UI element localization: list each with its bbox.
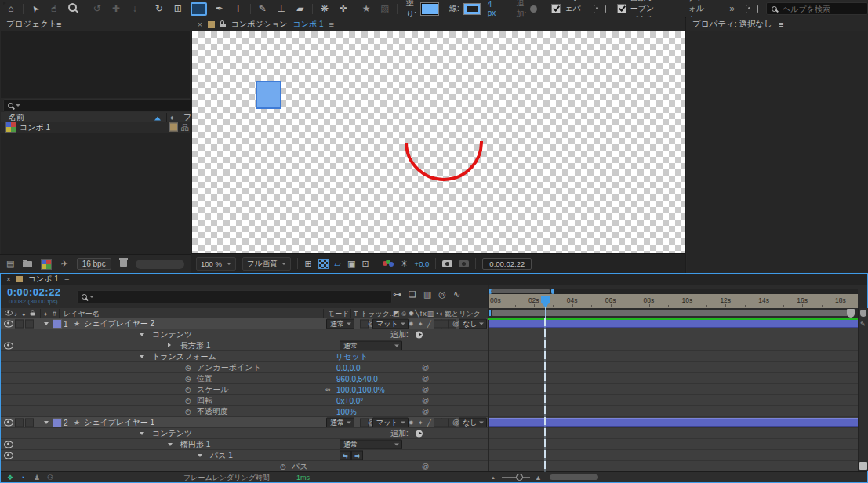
add-property-button[interactable]	[416, 430, 423, 437]
panel-menu-icon[interactable]: ≡	[56, 20, 61, 29]
add-property-button[interactable]	[416, 331, 423, 338]
graph-editor-icon[interactable]: ∿	[453, 289, 460, 300]
group-expander[interactable]	[168, 443, 173, 446]
red-arc-shape[interactable]	[405, 136, 483, 182]
shy-footer-icon[interactable]: ♟	[34, 474, 40, 481]
delete-icon[interactable]	[120, 260, 127, 267]
property-stopwatch[interactable]: ◷	[280, 463, 286, 470]
eye-column-icon[interactable]	[5, 310, 13, 315]
workspace-overflow-icon[interactable]: »	[729, 3, 735, 14]
property-stopwatch[interactable]: ◷	[185, 408, 191, 416]
trkmat-t-column[interactable]: T	[354, 310, 358, 318]
zoom-slider-knob[interactable]	[516, 474, 523, 481]
property-pickwhip[interactable]: @	[422, 364, 429, 372]
group-expander[interactable]	[140, 333, 144, 336]
timeline-navigator[interactable]	[488, 289, 858, 294]
solo-column-icon[interactable]: ●	[22, 310, 25, 316]
stroke-color-swatch[interactable]	[464, 4, 480, 14]
search-options-caret[interactable]	[16, 104, 20, 107]
blend-mode-dropdown[interactable]: 通常	[340, 439, 402, 449]
number-column[interactable]: #	[53, 310, 56, 318]
create-shape-toggle[interactable]: ★	[357, 3, 376, 14]
clone-stamp-tool[interactable]: ⊥	[272, 3, 291, 14]
orbit-camera-tool[interactable]: ↺	[88, 3, 107, 14]
pan-camera-tool[interactable]: ✚	[107, 3, 125, 14]
visibility-eye-icon[interactable]	[4, 320, 13, 327]
scale-link-icon[interactable]: ∞	[325, 386, 330, 394]
bit-depth-button[interactable]: 16 bpc	[77, 258, 111, 270]
pan-behind-tool[interactable]: ⊞	[169, 3, 187, 14]
project-item-row[interactable]: コンポ 1 品	[1, 122, 190, 133]
reset-button[interactable]: リセット	[336, 351, 368, 362]
layer-expander[interactable]	[44, 322, 49, 325]
switches-column-icons[interactable]: ◩☺✹╲fx▥◔◐⌾	[393, 309, 449, 318]
snapshot-icon[interactable]	[442, 260, 452, 267]
lock-column-icon[interactable]	[31, 312, 35, 315]
label-color-chip[interactable]	[169, 123, 178, 132]
property-pickwhip[interactable]: @	[422, 408, 429, 416]
property-value[interactable]: 100%	[336, 407, 357, 416]
eraser-tool[interactable]: ▰	[291, 3, 310, 14]
blend-mode-dropdown[interactable]: 通常	[326, 318, 354, 329]
rotation-tool[interactable]: ↻	[150, 3, 169, 14]
layer-name[interactable]: シェイプレイヤー 2	[84, 318, 154, 329]
layer-switch-icon[interactable]: ✹	[409, 419, 414, 426]
column-extra[interactable]: フ	[183, 112, 191, 123]
group-name[interactable]: コンテンツ	[152, 329, 192, 340]
region-of-interest-icon[interactable]: ▣	[347, 259, 355, 269]
safe-margins-icon[interactable]: ⊡	[361, 259, 369, 269]
group-expander[interactable]	[168, 343, 171, 347]
timeline-search-box[interactable]	[77, 290, 392, 303]
property-value[interactable]: 0x+0.0°	[336, 396, 363, 405]
create-mask-toggle[interactable]: ▨	[376, 3, 394, 14]
brush-tool[interactable]: ✎	[253, 3, 272, 14]
panes-divider[interactable]	[488, 285, 489, 472]
layer-switch-icon[interactable]: ╱	[427, 419, 431, 426]
panel-slider[interactable]	[136, 260, 184, 269]
project-item-area[interactable]	[1, 31, 190, 98]
performance-icon[interactable]: ❖	[7, 474, 13, 481]
home-tool[interactable]: ⌂	[2, 3, 20, 14]
interpret-footage-icon[interactable]: ▤	[6, 259, 14, 269]
shape-group-name[interactable]: 楕円形 1	[180, 439, 210, 450]
group-name[interactable]: トランスフォーム	[152, 351, 216, 362]
audio-column-icon[interactable]: ♪	[14, 310, 17, 317]
property-pickwhip[interactable]: @	[422, 375, 429, 383]
rectangle-tool[interactable]	[191, 2, 207, 16]
group-expander[interactable]	[198, 454, 202, 457]
motion-blur-icon[interactable]: ◎	[438, 289, 446, 300]
property-value[interactable]: 0.0,0.0	[336, 363, 361, 372]
property-name[interactable]: アンカーポイント	[197, 362, 261, 373]
close-icon[interactable]: ×	[6, 275, 11, 284]
property-value[interactable]: 960.0,540.0	[336, 374, 378, 383]
exposure-value[interactable]: +0.0	[415, 260, 430, 268]
selection-tool[interactable]: ➤	[26, 0, 45, 20]
parent-link-dropdown[interactable]: なし	[459, 417, 487, 427]
magnification-dropdown[interactable]: 100 %	[196, 257, 236, 271]
parent-link-column[interactable]: 親とリンク	[445, 308, 481, 318]
layer-switch-icon[interactable]: ✦	[418, 320, 423, 327]
grid-guides-icon[interactable]: ⊞	[304, 259, 311, 269]
sort-ascending-icon[interactable]	[154, 116, 161, 120]
layer-color-chip[interactable]	[53, 319, 62, 329]
project-item-area-lower[interactable]	[1, 133, 190, 255]
project-panel-title[interactable]: プロジェクト	[6, 19, 56, 30]
search-options-caret[interactable]	[89, 296, 94, 298]
property-stopwatch[interactable]: ◷	[185, 386, 191, 394]
frame-blending-icon[interactable]: ▥	[423, 289, 431, 300]
layer-switch-icon[interactable]: ╱	[427, 320, 431, 327]
resolution-dropdown[interactable]: フル画質	[242, 257, 291, 271]
layer-color-chip[interactable]	[53, 418, 62, 427]
transfer-controls-icon[interactable]: ⚇	[47, 474, 53, 481]
label-column-icon[interactable]: ♦	[170, 114, 174, 122]
horizontal-scrollbar[interactable]	[550, 474, 598, 480]
lock-icon[interactable]	[220, 24, 226, 27]
property-pickwhip[interactable]: @	[422, 463, 429, 470]
solo-cell[interactable]	[25, 319, 34, 328]
add-shape-button[interactable]	[530, 5, 537, 13]
composition-name[interactable]: コンポ 1	[20, 122, 50, 133]
layer-name[interactable]: シェイプレイヤー 1	[84, 417, 154, 428]
scroll-corner[interactable]	[859, 462, 867, 470]
zoom-tool[interactable]	[64, 3, 82, 14]
composition-tab-label[interactable]: コンポジション	[231, 19, 288, 30]
